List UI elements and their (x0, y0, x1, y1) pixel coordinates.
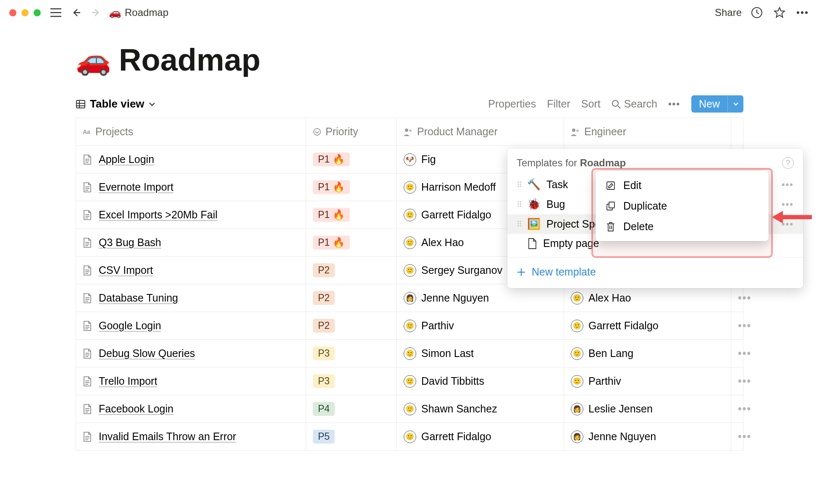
svg-point-14 (612, 100, 618, 106)
table-row[interactable]: Database TuningP2👩Jenne Nguyen🙂Alex Hao•… (76, 284, 743, 312)
sort-button[interactable]: Sort (581, 98, 601, 110)
col-add[interactable] (731, 118, 743, 146)
project-name[interactable]: Invalid Emails Throw an Error (99, 430, 236, 443)
ctx-duplicate-label: Duplicate (623, 200, 667, 212)
more-icon[interactable] (795, 5, 810, 20)
search-button[interactable]: Search (612, 98, 657, 110)
col-projects[interactable]: Aa Projects (76, 118, 306, 146)
person-prop-icon (571, 128, 580, 136)
chevron-down-icon (149, 102, 155, 106)
duplicate-icon (605, 200, 617, 212)
svg-point-19 (409, 129, 412, 132)
avatar: 🙂 (404, 403, 416, 415)
project-name[interactable]: Trello Import (99, 375, 157, 387)
close-window[interactable] (9, 9, 16, 16)
row-more-icon[interactable]: ••• (731, 368, 743, 395)
project-name[interactable]: Evernote Import (99, 181, 173, 193)
project-name[interactable]: Q3 Bug Bash (99, 236, 161, 249)
page-emoji[interactable]: 🚗 (76, 43, 111, 77)
drag-handle-icon[interactable]: ⠿ (517, 200, 521, 209)
svg-point-17 (314, 129, 320, 135)
svg-rect-59 (609, 202, 614, 208)
titlebar: 🚗 Roadmap Share (0, 0, 819, 25)
svg-point-21 (576, 129, 579, 132)
project-name[interactable]: Facebook Login (99, 403, 173, 415)
breadcrumb[interactable]: 🚗 Roadmap (109, 7, 168, 18)
col-priority[interactable]: Priority (306, 118, 397, 146)
share-button[interactable]: Share (715, 7, 742, 18)
avatar: 🙂 (571, 292, 583, 304)
templates-title: Templates for Roadmap (517, 157, 626, 169)
project-name[interactable]: CSV Import (99, 264, 153, 276)
row-more-icon[interactable]: ••• (731, 340, 743, 368)
ctx-edit[interactable]: Edit (596, 175, 769, 196)
table-row[interactable]: Facebook LoginP4🙂Shawn Sanchez👩Leslie Je… (76, 395, 743, 423)
page-icon (83, 320, 92, 331)
priority-badge: P3 (313, 374, 335, 388)
page-icon (83, 210, 92, 220)
new-template-button[interactable]: New template (507, 262, 803, 282)
project-name[interactable]: Debug Slow Queries (99, 347, 195, 360)
annotation-arrow (772, 207, 814, 228)
engineer-name: Garrett Fidalgo (588, 320, 659, 332)
template-more-icon[interactable]: ••• (782, 179, 794, 190)
engineer-name: Ben Lang (588, 347, 633, 360)
project-name[interactable]: Google Login (99, 320, 161, 332)
engineer-name: Leslie Jensen (588, 403, 653, 415)
person-prop-icon (404, 128, 413, 136)
col-engineer[interactable]: Engineer (564, 118, 731, 146)
svg-point-9 (805, 11, 808, 14)
template-emoji: 🐞 (527, 198, 541, 211)
ctx-duplicate[interactable]: Duplicate (596, 196, 769, 216)
page-icon (83, 154, 92, 165)
drag-handle-icon[interactable]: ⠿ (517, 220, 521, 229)
page-icon (83, 431, 92, 442)
col-pm[interactable]: Product Manager (397, 118, 564, 146)
avatar: 🙂 (404, 375, 416, 388)
filter-button[interactable]: Filter (547, 98, 570, 110)
templates-title-name: Roadmap (580, 157, 626, 168)
priority-badge: P1 🔥 (313, 152, 350, 166)
favorite-icon[interactable] (772, 5, 787, 20)
avatar: 🙂 (404, 181, 416, 194)
svg-text:Aa: Aa (83, 129, 90, 135)
svg-line-15 (618, 106, 620, 108)
new-template-label: New template (532, 266, 596, 278)
priority-badge: P3 (313, 346, 335, 360)
updates-icon[interactable] (749, 5, 764, 20)
page-title[interactable]: Roadmap (119, 42, 260, 78)
new-button-main[interactable]: New (691, 95, 727, 113)
forward-icon[interactable] (89, 5, 104, 20)
properties-button[interactable]: Properties (488, 98, 536, 110)
table-row[interactable]: Trello ImportP3🙂David Tibbitts🙂Parthiv••… (76, 368, 743, 395)
table-row[interactable]: Debug Slow QueriesP3🙂Simon Last🙂Ben Lang… (76, 340, 743, 368)
table-row[interactable]: Google LoginP2🙂Parthiv🙂Garrett Fidalgo••… (76, 312, 743, 340)
template-emoji: 🔨 (527, 178, 541, 191)
priority-badge: P2 (313, 263, 335, 277)
avatar: 👩 (571, 403, 583, 415)
avatar: 🙂 (404, 264, 416, 277)
back-icon[interactable] (68, 5, 84, 20)
table-row[interactable]: Invalid Emails Throw an ErrorP5🙂Garrett … (76, 423, 743, 451)
row-more-icon[interactable]: ••• (731, 312, 743, 340)
help-icon[interactable]: ? (782, 157, 794, 169)
svg-point-20 (572, 129, 575, 132)
priority-badge: P1 🔥 (313, 208, 350, 222)
pm-name: Parthiv (421, 320, 454, 332)
db-more-icon[interactable]: ••• (668, 99, 680, 110)
page-icon (83, 376, 92, 387)
view-switcher[interactable]: Table view (76, 97, 155, 110)
minimize-window[interactable] (21, 9, 29, 16)
project-name[interactable]: Apple Login (99, 153, 154, 165)
row-more-icon[interactable]: ••• (731, 423, 743, 451)
database-toolbar: Table view Properties Filter Sort Search… (76, 95, 743, 113)
new-button-dropdown[interactable] (727, 95, 743, 113)
maximize-window[interactable] (34, 9, 41, 16)
project-name[interactable]: Database Tuning (99, 292, 178, 304)
row-more-icon[interactable]: ••• (731, 284, 743, 312)
row-more-icon[interactable]: ••• (731, 395, 743, 423)
hamburger-icon[interactable] (48, 5, 63, 20)
ctx-delete[interactable]: Delete (596, 216, 769, 237)
project-name[interactable]: Excel Imports >20Mb Fail (99, 209, 218, 221)
drag-handle-icon[interactable]: ⠿ (517, 180, 521, 189)
